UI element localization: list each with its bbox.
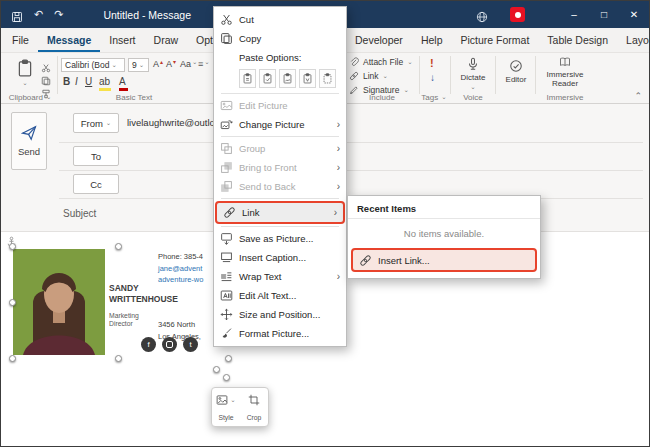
high-importance-button[interactable]: ! (430, 57, 434, 69)
paste-text-only-icon[interactable] (299, 69, 316, 88)
undo-icon[interactable]: ↶ (34, 9, 43, 20)
paste-button[interactable]: ⌄ (13, 58, 37, 87)
paste-special-icon[interactable] (319, 69, 336, 88)
chevron-down-icon: ⌄ (407, 59, 412, 66)
chevron-down-icon: ⌄ (470, 84, 475, 91)
cut-button[interactable] (41, 59, 51, 69)
tab-layout[interactable]: Layout (617, 28, 650, 52)
immersive-reader-button[interactable]: Immersive Reader (539, 56, 591, 88)
tab-picture-format[interactable]: Picture Format (451, 28, 538, 52)
selection-handle[interactable] (225, 355, 232, 362)
signature-email[interactable]: jane@advent (158, 263, 203, 275)
context-menu-item-cut[interactable]: Cut (214, 10, 346, 29)
context-menu-item-insert-caption[interactable]: Insert Caption... (214, 248, 346, 267)
selection-handle[interactable] (9, 243, 16, 250)
font-size-select[interactable]: 9⌄ (128, 58, 149, 72)
signature-photo[interactable] (13, 249, 105, 355)
attach-file-button[interactable]: Attach File ⌄ (349, 57, 413, 67)
copy-button[interactable] (41, 72, 51, 82)
instagram-icon[interactable] (162, 337, 177, 352)
crop-button[interactable] (248, 394, 260, 406)
dialog-launcher-icon[interactable]: ⌄ (46, 94, 51, 101)
redo-icon[interactable]: ↷ (54, 9, 63, 20)
to-button[interactable]: To (73, 146, 119, 166)
tab-message[interactable]: Message (38, 28, 100, 52)
editor-button[interactable]: Editor (499, 59, 533, 84)
selection-handle[interactable] (9, 355, 16, 362)
context-menu-item-change-picture[interactable]: Change Picture › (214, 115, 346, 134)
paste-keep-source-icon[interactable] (239, 69, 256, 88)
ribbon-link-button[interactable]: Link ⌄ (349, 71, 388, 81)
shrink-font-button[interactable]: A▾ (166, 59, 176, 69)
quick-access-toolbar: ↶ ↷ (1, 9, 63, 21)
tab-file[interactable]: File (3, 28, 38, 52)
selection-handle[interactable] (115, 243, 122, 250)
context-menu-item-copy[interactable]: Copy (214, 29, 346, 48)
paste-picture-icon[interactable] (279, 69, 296, 88)
record-badge-icon[interactable] (510, 7, 525, 22)
dialog-launcher-icon[interactable]: ⌄ (441, 94, 446, 101)
italic-button[interactable]: I (75, 76, 78, 87)
outlook-message-window: ↶ ↷ Untitled - Message – □ ✕ File Messag… (0, 0, 650, 447)
maximize-button[interactable]: □ (589, 1, 619, 28)
paste-merge-icon[interactable] (259, 69, 276, 88)
insert-link-menu-item[interactable]: Insert Link... (351, 248, 537, 272)
selection-handle[interactable] (223, 374, 230, 381)
context-menu-item-format-picture[interactable]: Format Picture... (214, 324, 346, 343)
basic-text-group-label-text: Basic Text (116, 93, 152, 102)
collapse-ribbon-button[interactable]: ⌃ (634, 91, 642, 101)
font-name-select[interactable]: Calibri (Bod⌄ (61, 58, 125, 72)
low-importance-button[interactable]: ↓ (430, 72, 435, 83)
tab-table-design[interactable]: Table Design (538, 28, 617, 52)
menu-separator (221, 226, 339, 227)
clipboard-group-label[interactable]: Clipboard⌄ (3, 93, 57, 102)
context-menu-item-wrap-text[interactable]: Wrap Text › (214, 267, 346, 286)
highlight-glyph: ab (99, 76, 110, 87)
tab-draw[interactable]: Draw (145, 28, 188, 52)
signature-website[interactable]: adventure-wo (158, 274, 203, 286)
dictate-button[interactable]: Dictate ⌄ (454, 57, 492, 91)
context-menu-item-edit-alt-text[interactable]: Edit Alt Text... (214, 286, 346, 305)
tab-insert[interactable]: Insert (100, 28, 144, 52)
tabs-right: Developer Help Picture Format Table Desi… (346, 28, 650, 52)
change-case-button[interactable]: Aa⌄ (180, 59, 197, 69)
to-label: To (91, 151, 101, 162)
font-color-button[interactable]: A (119, 76, 126, 87)
style-button[interactable]: ⌄ (216, 394, 235, 406)
send-label: Send (18, 146, 40, 157)
tab-help[interactable]: Help (412, 28, 452, 52)
cc-button[interactable]: Cc (73, 174, 119, 194)
grow-font-glyph: A (153, 59, 159, 69)
context-menu-item-save-as-picture[interactable]: Save as Picture... (214, 229, 346, 248)
tab-developer[interactable]: Developer (346, 28, 412, 52)
send-plane-icon (21, 125, 37, 141)
style-button-label: Style (218, 414, 233, 421)
grow-font-button[interactable]: A▴ (153, 59, 163, 69)
highlight-button[interactable]: ab (99, 76, 110, 87)
selection-handle[interactable] (9, 299, 16, 306)
close-button[interactable]: ✕ (619, 1, 649, 28)
send-button[interactable]: Send (11, 112, 47, 170)
underline-button[interactable]: U (85, 76, 92, 87)
minimize-button[interactable]: – (559, 1, 589, 28)
rotate-handle[interactable] (213, 366, 220, 373)
subject-field[interactable]: Subject (63, 208, 96, 219)
bullets-button[interactable]: ≡⌄ (198, 59, 210, 69)
copy-icon (220, 32, 233, 45)
bring-to-front-icon (220, 161, 233, 174)
from-button[interactable]: From⌄ (73, 113, 119, 133)
save-icon[interactable] (11, 9, 23, 21)
bold-button[interactable]: B (63, 76, 70, 87)
menu-item-label: Paste Options: (239, 52, 301, 63)
context-menu-item-link[interactable]: Link › (215, 201, 345, 224)
menu-item-label: Edit Picture (239, 100, 288, 111)
selection-handle[interactable] (115, 355, 122, 362)
picture-mini-toolbar: ⌄ Style Crop (211, 387, 269, 427)
globe-icon[interactable] (476, 9, 488, 21)
context-menu-item-size-and-position[interactable]: Size and Position... (214, 305, 346, 324)
tags-group-label[interactable]: Tags⌄ (417, 93, 451, 102)
shrink-font-glyph: A (166, 59, 172, 69)
facebook-icon[interactable]: f (141, 337, 156, 352)
twitter-icon[interactable]: t (183, 337, 198, 352)
chevron-down-icon: ⌄ (106, 120, 111, 127)
